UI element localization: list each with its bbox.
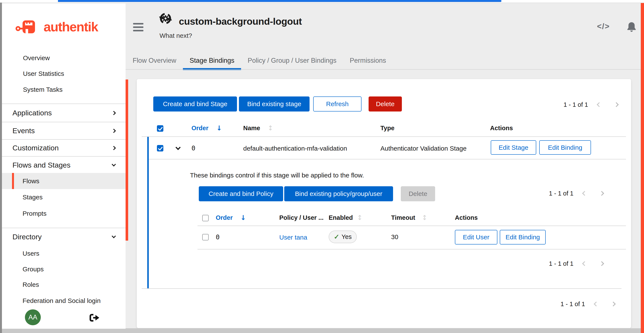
cell-timeout: 30 — [391, 233, 398, 241]
page-scrollbar[interactable] — [641, 3, 644, 333]
logout-icon[interactable] — [90, 314, 100, 323]
pagination-next-icon[interactable] — [611, 302, 616, 306]
column-header-enabled[interactable]: Enabled — [329, 214, 353, 221]
sortable-icon[interactable]: ↕ — [357, 214, 362, 221]
chevron-down-icon — [112, 162, 116, 167]
column-header-actions: Actions — [455, 214, 478, 221]
authentik-logo-icon — [15, 19, 40, 35]
delete-button[interactable]: Delete — [368, 97, 402, 112]
pagination-prev-icon[interactable] — [597, 102, 602, 107]
sidebar-item-overview[interactable]: Overview — [2, 50, 126, 66]
avatar[interactable]: AA — [25, 309, 41, 325]
cell-type: Authenticator Validation Stage — [380, 145, 466, 152]
sidebar-item-flows[interactable]: Flows — [2, 173, 126, 189]
sidebar-scrollbar[interactable] — [126, 80, 128, 241]
select-all-checkbox[interactable] — [157, 125, 163, 132]
chevron-right-icon — [112, 146, 116, 150]
enabled-status-badge: ✓ Yes — [329, 230, 357, 243]
row-expander-chevron-down-icon[interactable] — [176, 145, 180, 150]
tab-permissions[interactable]: Permissions — [343, 52, 393, 70]
edit-user-button[interactable]: Edit User — [455, 230, 498, 244]
pagination-next-icon[interactable] — [614, 102, 619, 107]
create-and-bind-policy-button[interactable]: Create and bind Policy — [199, 186, 283, 201]
edit-stage-button[interactable]: Edit Stage — [491, 140, 536, 155]
tab-label: Policy / Group / User Bindings — [248, 57, 336, 65]
authentik-admin-page: authentik Overview User Statistics Syste… — [0, 0, 644, 333]
sidebar-item-prompts[interactable]: Prompts — [2, 205, 126, 222]
bind-existing-stage-button[interactable]: Bind existing stage — [239, 97, 310, 112]
delete-binding-button[interactable]: Delete — [401, 186, 435, 201]
sortable-icon[interactable]: ↕ — [268, 124, 273, 132]
sidebar-item-user-statistics[interactable]: User Statistics — [2, 66, 126, 82]
sidebar: authentik Overview User Statistics Syste… — [2, 4, 126, 329]
binding-pagination-bottom: 1 - 1 of 1 — [549, 259, 604, 268]
pagination-prev-icon[interactable] — [582, 191, 587, 196]
window-left-edge — [0, 3, 2, 333]
chevron-down-icon — [112, 234, 116, 238]
sidebar-item-roles[interactable]: Roles — [2, 277, 126, 293]
row-checkbox[interactable] — [157, 145, 163, 151]
sidebar-item-label: Roles — [2, 281, 39, 288]
hamburger-menu-icon[interactable] — [133, 23, 144, 33]
page-subtitle: What next? — [160, 32, 192, 39]
sidebar-item-label: User Statistics — [2, 70, 64, 77]
sidebar-item-system-tasks[interactable]: System Tasks — [2, 82, 126, 98]
pagination-bottom: 1 - 1 of 1 — [560, 300, 615, 308]
sortable-icon[interactable]: ↕ — [422, 214, 428, 221]
sidebar-item-groups[interactable]: Groups — [2, 261, 126, 277]
sidebar-item-label: Groups — [2, 265, 44, 273]
sidebar-item-stages[interactable]: Stages — [2, 189, 126, 205]
sidebar-section-flows-and-stages[interactable]: Flows and Stages — [2, 157, 126, 173]
column-header-timeout[interactable]: Timeout — [391, 214, 415, 221]
binding-select-all-checkbox[interactable] — [202, 215, 209, 221]
pagination-prev-icon[interactable] — [582, 261, 587, 266]
column-header-policy-user[interactable]: Policy / User ... — [279, 214, 324, 221]
sidebar-section-directory[interactable]: Directory — [2, 228, 126, 245]
pagination-next-icon[interactable] — [599, 261, 604, 266]
sidebar-item-federation[interactable]: Federation and Social login — [2, 293, 126, 309]
authentik-logo[interactable]: authentik — [15, 19, 98, 35]
create-and-bind-stage-button[interactable]: Create and bind Stage — [153, 97, 237, 112]
sidebar-section-customization[interactable]: Customization — [2, 140, 126, 156]
column-header-order[interactable]: Order — [192, 125, 208, 132]
page-title: custom-background-logout — [179, 16, 302, 27]
binding-row-checkbox[interactable] — [202, 234, 209, 240]
horizontal-scrollbar-track[interactable] — [2, 328, 644, 333]
sidebar-item-label: System Tasks — [2, 86, 63, 93]
tab-label: Stage Bindings — [190, 57, 234, 65]
refresh-button[interactable]: Refresh — [313, 97, 362, 112]
pagination-label: 1 - 1 of 1 — [560, 300, 585, 308]
tab-label: Permissions — [350, 57, 386, 65]
pagination-label: 1 - 1 of 1 — [549, 260, 573, 267]
tab-stage-bindings[interactable]: Stage Bindings — [183, 52, 241, 70]
column-header-name[interactable]: Name — [243, 125, 260, 132]
pagination-next-icon[interactable] — [599, 191, 604, 196]
cell-order: 0 — [216, 233, 220, 241]
column-header-order[interactable]: Order — [216, 214, 233, 221]
notifications-bell-icon[interactable] — [626, 22, 636, 33]
edit-binding-button[interactable]: Edit Binding — [539, 140, 591, 155]
sidebar-item-label: Flows — [2, 177, 39, 185]
edit-binding-button[interactable]: Edit Binding — [500, 230, 546, 244]
tabs-divider — [126, 69, 641, 70]
bind-existing-policy-button[interactable]: Bind existing policy/group/user — [284, 186, 393, 201]
cell-name: default-authentication-mfa-validation — [243, 145, 347, 152]
sort-desc-icon[interactable]: ↓ — [216, 124, 222, 132]
sidebar-item-users[interactable]: Users — [2, 245, 126, 262]
check-icon: ✓ — [334, 233, 340, 241]
pagination-top: 1 - 1 of 1 — [564, 100, 618, 109]
brand-wordmark: authentik — [44, 19, 98, 34]
sidebar-section-label: Customization — [2, 144, 58, 152]
sidebar-section-applications[interactable]: Applications — [2, 104, 126, 122]
cell-order: 0 — [192, 144, 195, 152]
api-code-icon[interactable]: </> — [597, 22, 610, 31]
tab-policy-group-user-bindings[interactable]: Policy / Group / User Bindings — [241, 52, 343, 70]
expanded-row-indicator — [147, 137, 149, 288]
sidebar-section-events[interactable]: Events — [2, 122, 126, 139]
pagination-prev-icon[interactable] — [594, 302, 599, 306]
table-divider — [142, 136, 626, 137]
table-divider — [198, 249, 626, 249]
cell-policy-user-link[interactable]: User tana — [279, 234, 307, 241]
sort-desc-icon[interactable]: ↓ — [240, 214, 246, 221]
tab-flow-overview[interactable]: Flow Overview — [126, 52, 183, 70]
